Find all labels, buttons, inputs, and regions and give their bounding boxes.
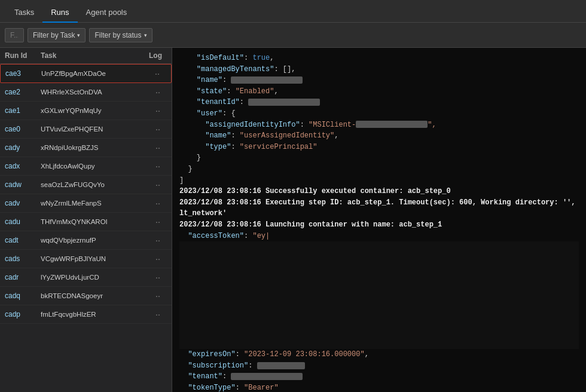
log-line: "assignedIdentityInfo": "MSIClient-", (179, 120, 579, 131)
filter-status-button[interactable]: Filter by status ▾ (89, 28, 152, 42)
filter-bar: Filter by Task ▾ Filter by status ▾ (0, 23, 586, 48)
run-task-cell: fmLtFqcvgbHlzER (41, 311, 149, 318)
table-row[interactable]: cadx XhLjfdcoAwlQupy ·· (0, 157, 172, 176)
run-id-cell: cadt (5, 236, 41, 244)
run-menu-icon[interactable]: ·· (149, 106, 167, 115)
run-id-cell: cadr (5, 273, 41, 281)
log-line: "type": "servicePrincipal" (179, 142, 579, 153)
table-row[interactable]: cady xRNdpiUokrgBZJS ·· (0, 139, 172, 157)
table-row[interactable]: cadw seaOzLZwFUGQvYo ·· (0, 176, 172, 194)
table-row[interactable]: cadt wqdQVbpjezrnufP ·· (0, 231, 172, 250)
table-row[interactable]: cae2 WHRrleXSctOnDVA ·· (0, 83, 172, 102)
run-task-cell: UTVuvlZxePHQFEN (41, 125, 149, 133)
log-line: } (179, 164, 579, 175)
log-line: "subscription": (179, 360, 579, 372)
log-info-line: 2023/12/08 23:08:16 Launching container … (179, 219, 579, 231)
run-task-cell: xGXLwrYQPnMqUy (41, 107, 149, 114)
run-menu-icon[interactable]: ·· (149, 272, 167, 282)
run-task-cell: THfVmMxQYNKAROI (41, 218, 149, 225)
run-menu-icon[interactable]: ·· (149, 235, 167, 245)
run-task-cell: wNyZrmlLMeFanpS (41, 200, 149, 207)
log-info-line: lt_network' (179, 208, 579, 219)
log-line: ] (179, 175, 579, 186)
chevron-down-icon-2: ▾ (144, 32, 147, 38)
run-menu-icon[interactable]: ·· (149, 198, 167, 208)
table-row[interactable]: cadr lYyZWPUdvLjurCD ·· (0, 268, 172, 287)
run-id-cell: cadq (5, 292, 41, 300)
main-layout: Run Id Task Log cae3 UnPZfBpgAmXDaOe ·· … (0, 48, 586, 392)
col-log: Log (149, 51, 167, 60)
run-task-cell: wqdQVbpjezrnufP (41, 237, 149, 244)
log-line: "name": (179, 75, 579, 86)
run-id-cell: cae0 (5, 125, 41, 133)
run-id-cell: cae2 (5, 88, 41, 96)
runs-header: Run Id Task Log (0, 48, 172, 64)
run-id-cell: cadv (5, 199, 41, 207)
tab-agent-pools[interactable]: Agent pools (78, 3, 136, 23)
log-line: "user": { (179, 108, 579, 120)
log-line: } (179, 152, 579, 164)
run-id-cell: cads (5, 255, 41, 263)
run-menu-icon[interactable]: ·· (149, 143, 167, 152)
run-id-cell: cadw (5, 180, 41, 189)
run-id-cell: cady (5, 143, 41, 152)
run-task-cell: lYyZWPUdvLjurCD (41, 274, 149, 281)
table-row[interactable]: cae0 UTVuvlZxePHQFEN ·· (0, 120, 172, 139)
run-task-cell: VCgwWRFpBJlYaUN (41, 255, 149, 262)
filter-status-label: Filter by status (94, 31, 141, 39)
run-id-cell: cae1 (5, 106, 41, 115)
run-menu-icon[interactable]: ·· (149, 124, 167, 134)
log-line: "state": "Enabled", (179, 86, 579, 97)
table-row[interactable]: cadp fmLtFqcvgbHlzER ·· (0, 305, 172, 324)
run-menu-icon[interactable]: ·· (149, 217, 167, 226)
run-task-cell: UnPZfBpgAmXDaOe (41, 70, 148, 77)
runs-list: cae3 UnPZfBpgAmXDaOe ·· cae2 WHRrleXSctO… (0, 64, 172, 392)
run-menu-icon[interactable]: ·· (148, 69, 166, 78)
log-line: "tokenType": "Bearer" (179, 382, 579, 392)
log-panel[interactable]: "isDefault": true, "managedByTenants": [… (172, 48, 586, 392)
log-line: "managedByTenants": [], (179, 64, 579, 75)
run-task-cell: WHRrleXSctOnDVA (41, 88, 149, 96)
log-line: "expiresOn": "2023-12-09 23:08:16.000000… (179, 349, 579, 360)
chevron-down-icon: ▾ (77, 32, 80, 38)
run-id-cell: cae3 (5, 69, 41, 78)
run-task-cell: xRNdpiUokrgBZJS (41, 144, 149, 151)
log-line: "tenant": (179, 371, 579, 382)
run-menu-icon[interactable]: ·· (149, 291, 167, 301)
tab-runs[interactable]: Runs (42, 3, 77, 23)
run-menu-icon[interactable]: ·· (149, 87, 167, 97)
run-id-cell: cadu (5, 218, 41, 226)
table-row[interactable]: cae1 xGXLwrYQPnMqUy ·· (0, 102, 172, 120)
table-row[interactable]: cads VCgwWRFpBJlYaUN ·· (0, 250, 172, 268)
log-line: "isDefault": true, (179, 53, 579, 64)
log-info-line: 2023/12/08 23:08:16 Executing step ID: a… (179, 197, 579, 209)
col-run-id: Run Id (5, 51, 41, 60)
table-row[interactable]: cadv wNyZrmlLMeFanpS ·· (0, 194, 172, 213)
log-break (179, 241, 579, 349)
log-info-line: 2023/12/08 23:08:16 Successfully execute… (179, 186, 579, 197)
run-menu-icon[interactable]: ·· (149, 180, 167, 189)
run-task-cell: seaOzLZwFUGQvYo (41, 181, 149, 188)
table-row[interactable]: cae3 UnPZfBpgAmXDaOe ·· (0, 64, 172, 83)
table-row[interactable]: cadu THfVmMxQYNKAROI ·· (0, 213, 172, 231)
log-line: "tenantId": (179, 97, 579, 108)
log-line: "accessToken": "ey| (179, 231, 579, 242)
run-task-cell: XhLjfdcoAwlQupy (41, 163, 149, 170)
run-id-cell: cadp (5, 310, 41, 318)
run-menu-icon[interactable]: ·· (149, 310, 167, 319)
left-panel: Run Id Task Log cae3 UnPZfBpgAmXDaOe ·· … (0, 48, 172, 392)
run-id-cell: cadx (5, 162, 41, 170)
filter-task-button[interactable]: Filter by Task ▾ (28, 28, 86, 42)
log-line: "name": "userAssignedIdentity", (179, 130, 579, 142)
table-row[interactable]: cadq bkRTECDNASgoeyr ·· (0, 287, 172, 305)
run-task-cell: bkRTECDNASgoeyr (41, 292, 149, 299)
run-menu-icon[interactable]: ·· (149, 161, 167, 171)
tab-tasks[interactable]: Tasks (6, 3, 42, 23)
search-input[interactable] (5, 28, 24, 42)
run-menu-icon[interactable]: ·· (149, 254, 167, 264)
top-tabs: Tasks Runs Agent pools (0, 0, 586, 23)
filter-task-label: Filter by Task (33, 31, 75, 39)
col-task: Task (41, 51, 149, 60)
